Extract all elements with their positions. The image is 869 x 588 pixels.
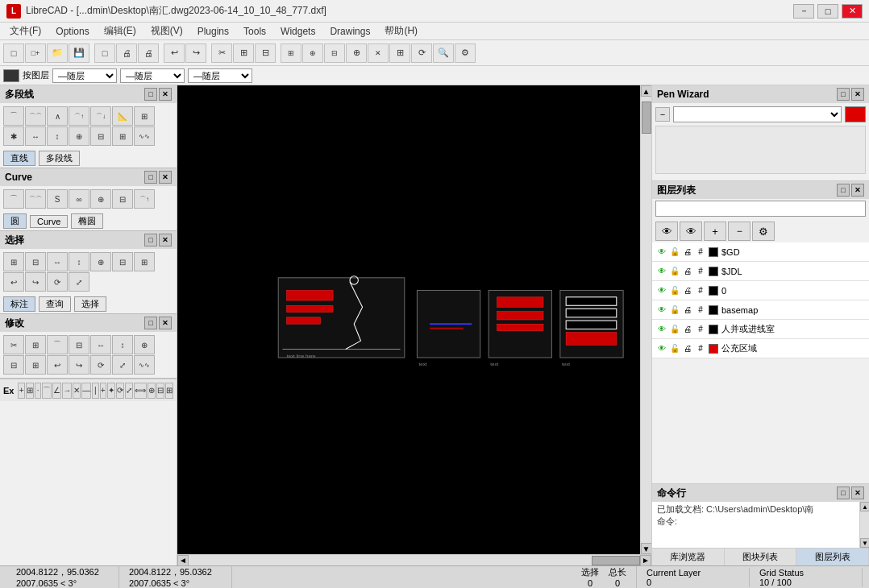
tab-query[interactable]: 查询 <box>39 296 71 312</box>
layer-jdl-hash[interactable]: # <box>694 265 707 278</box>
tool-modify-5[interactable]: ↔ <box>90 335 111 354</box>
layer-gongchong-print[interactable]: 🖨 <box>681 342 694 355</box>
tool-modify-9[interactable]: ⊞ <box>25 355 46 375</box>
drawing-canvas[interactable]: text line here text text <box>177 85 640 554</box>
new-button[interactable]: □ <box>3 43 24 63</box>
scroll-right-btn[interactable]: ► <box>640 555 651 566</box>
scroll-down-btn[interactable]: ▼ <box>641 543 652 554</box>
ex-tool-hline[interactable]: — <box>81 383 91 399</box>
tool-select-3[interactable]: ↔ <box>47 252 68 271</box>
snap-perpendicular-button[interactable]: ⊞ <box>389 43 410 63</box>
layer-list-restore-btn[interactable]: □ <box>837 184 850 197</box>
curve-close-btn[interactable]: ✕ <box>159 171 172 184</box>
canvas-scrollbar-vertical[interactable]: ▲ ▼ <box>640 85 651 554</box>
layer-0-print[interactable]: 🖨 <box>681 284 694 297</box>
settings-button[interactable]: ⚙ <box>455 43 476 63</box>
menu-options[interactable]: Options <box>49 24 95 39</box>
layer-jdl-lock[interactable]: 🔓 <box>668 265 681 278</box>
layer-gongchong-eye[interactable]: 👁 <box>655 342 668 355</box>
tool-modify-4[interactable]: ⊟ <box>69 335 89 354</box>
tab-layer-list[interactable]: 图层列表 <box>796 549 869 565</box>
menu-help[interactable]: 帮助(H) <box>378 23 424 39</box>
cmd-scroll-down[interactable]: ▼ <box>860 538 869 548</box>
tool-modify-3[interactable]: ⌒ <box>47 335 68 354</box>
cut-button[interactable]: ✂ <box>211 43 232 63</box>
tool-modify-11[interactable]: ↪ <box>69 355 89 375</box>
snap-center-button[interactable]: ⊕ <box>346 43 367 63</box>
tool-polyline-11[interactable]: ⊕ <box>69 126 89 146</box>
tab-select[interactable]: 选择 <box>74 296 106 312</box>
ex-tool-vline[interactable]: | <box>92 383 98 399</box>
tool-select-6[interactable]: ⊟ <box>112 252 133 271</box>
tool-modify-14[interactable]: ∿∿ <box>134 355 155 375</box>
copy-button[interactable]: ⊞ <box>233 43 254 63</box>
menu-file[interactable]: 文件(F) <box>3 23 48 39</box>
layer-gd-hash[interactable]: # <box>694 246 707 259</box>
tool-polyline-12[interactable]: ⊟ <box>90 126 111 146</box>
tab-ellipse[interactable]: 椭圆 <box>71 213 103 229</box>
tool-modify-2[interactable]: ⊞ <box>25 335 46 354</box>
scroll-thumb-v[interactable] <box>642 101 651 134</box>
redo-button[interactable]: ↪ <box>185 43 206 63</box>
polyline-close-btn[interactable]: ✕ <box>159 88 172 101</box>
tool-curve-3[interactable]: S <box>47 189 68 209</box>
ex-tool-dot[interactable]: · <box>35 383 41 399</box>
menu-tools[interactable]: Tools <box>237 24 272 39</box>
layer-0-lock[interactable]: 🔓 <box>668 284 681 297</box>
tool-polyline-5[interactable]: ⌒↓ <box>90 106 111 126</box>
tab-curve[interactable]: Curve <box>30 215 68 228</box>
ex-tool-mirror[interactable]: ⟺ <box>134 383 147 399</box>
tool-select-5[interactable]: ⊕ <box>90 252 111 271</box>
layer-jdl-eye[interactable]: 👁 <box>655 265 668 278</box>
tool-curve-5[interactable]: ⊕ <box>90 189 111 209</box>
ex-tool-snap[interactable]: ⌒ <box>42 383 52 399</box>
tab-block-list[interactable]: 图块列表 <box>725 549 797 565</box>
layer-remove-btn[interactable]: － <box>728 222 750 241</box>
ex-tool-scale[interactable]: ⤢ <box>125 383 133 399</box>
tool-polyline-1[interactable]: ⌒ <box>3 106 24 126</box>
scroll-left-btn[interactable]: ◄ <box>177 555 189 566</box>
layer-jdl-print[interactable]: 🖨 <box>681 265 694 278</box>
print-pdf-button[interactable]: 🖨 <box>138 43 159 63</box>
tab-line[interactable]: 直线 <box>3 151 35 166</box>
tool-modify-1[interactable]: ✂ <box>3 335 24 354</box>
tool-modify-8[interactable]: ⊟ <box>3 355 24 375</box>
menu-edit[interactable]: 编辑(E) <box>98 23 143 39</box>
ex-tool-cross[interactable]: + <box>18 383 24 399</box>
tool-select-10[interactable]: ⟳ <box>47 272 68 292</box>
layer-eye-btn[interactable]: 👁 <box>655 222 678 241</box>
layer-gongchong-lock[interactable]: 🔓 <box>668 342 681 355</box>
layer-gd-print[interactable]: 🖨 <box>681 246 694 259</box>
menu-drawings[interactable]: Drawings <box>323 24 376 39</box>
tool-polyline-6[interactable]: 📐 <box>112 106 133 126</box>
tool-polyline-13[interactable]: ⊞ <box>112 126 133 146</box>
ex-tool-x[interactable]: ✕ <box>73 383 81 399</box>
layer-eye2-btn[interactable]: 👁 <box>680 222 702 241</box>
tab-circle[interactable]: 圆 <box>3 213 27 229</box>
tool-polyline-14[interactable]: ∿∿ <box>134 126 155 146</box>
tool-polyline-9[interactable]: ↔ <box>25 126 46 146</box>
snap-midpoint-button[interactable]: ⊟ <box>324 43 345 63</box>
snap-tangent-button[interactable]: ⟳ <box>411 43 432 63</box>
command-scrollbar[interactable]: ▲ ▼ <box>859 502 869 548</box>
ex-tool-move[interactable]: ✦ <box>107 383 115 399</box>
layer-row-0[interactable]: 👁 🔓 🖨 # 0 <box>652 281 869 300</box>
tool-curve-4[interactable]: ∞ <box>69 189 89 209</box>
linewidth-select[interactable]: —随层 <box>120 68 185 83</box>
undo-button[interactable]: ↩ <box>164 43 185 63</box>
layer-basemap-lock[interactable]: 🔓 <box>668 304 681 317</box>
layer-row-gongchong[interactable]: 👁 🔓 🖨 # 公充区域 <box>652 339 869 358</box>
minimize-button[interactable]: － <box>793 4 814 19</box>
layer-renjin-eye[interactable]: 👁 <box>655 323 668 336</box>
layer-gongchong-hash[interactable]: # <box>694 342 707 355</box>
tool-curve-6[interactable]: ⊟ <box>112 189 133 209</box>
maximize-button[interactable]: □ <box>817 4 838 19</box>
cmd-scroll-up[interactable]: ▲ <box>860 502 869 511</box>
layer-renjin-hash[interactable]: # <box>694 323 707 336</box>
pen-wizard-color-swatch[interactable] <box>845 106 866 122</box>
select-restore-btn[interactable]: □ <box>144 234 157 246</box>
tool-modify-12[interactable]: ⟳ <box>90 355 111 375</box>
snap-grid-button[interactable]: ⊞ <box>281 43 301 63</box>
layer-0-eye[interactable]: 👁 <box>655 284 668 297</box>
tool-select-4[interactable]: ↕ <box>69 252 89 271</box>
